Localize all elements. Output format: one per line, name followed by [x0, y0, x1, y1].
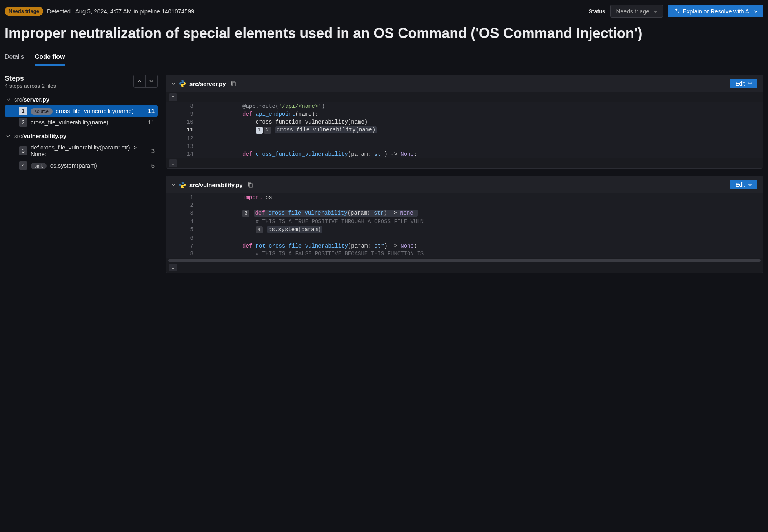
code-content: 4 os.system(param) — [199, 226, 322, 234]
code-line: 8@app.route('/api/<name>') — [166, 102, 763, 110]
code-line: 2 — [166, 201, 763, 209]
code-content: @app.route('/api/<name>') — [199, 102, 325, 110]
edit-button[interactable]: Edit — [730, 79, 757, 88]
steps-title: Steps — [5, 75, 56, 83]
step-number: 4 — [19, 161, 27, 170]
code-pane: src/server.py Edit 8@app.route('/api/<na… — [166, 75, 763, 273]
code-line: 6 — [166, 234, 763, 242]
step-number: 2 — [19, 118, 27, 127]
step-item[interactable]: 2cross_file_vulnerability(name)11 — [5, 117, 158, 128]
arrow-up-icon — [171, 95, 175, 99]
line-number: 4 — [166, 218, 199, 226]
code-line: 4 # THIS IS A TRUE POSITIVE THROUGH A CR… — [166, 218, 763, 226]
step-line: 3 — [151, 148, 155, 154]
chevron-down-icon — [149, 80, 153, 82]
step-tag: sink — [31, 163, 47, 169]
ai-button-label: Explain or Resolve with AI — [683, 8, 751, 15]
edit-button[interactable]: Edit — [730, 180, 757, 189]
copy-icon[interactable] — [230, 80, 236, 87]
code-panel-vuln: src/vulnerability.py Edit 1import os233 … — [166, 176, 763, 273]
code-line: 9def api_endpoint(name): — [166, 110, 763, 118]
expand-down-button[interactable] — [169, 264, 177, 271]
code-line: 33 def cross_file_vulnerability(param: s… — [166, 209, 763, 218]
chevron-down-icon — [748, 82, 752, 86]
line-number: 5 — [166, 226, 199, 234]
line-number: 12 — [166, 135, 199, 142]
code-line: 5 4 os.system(param) — [166, 226, 763, 234]
code-line: 8 # THIS IS A FALSE POSITIVE BECASUE THI… — [166, 250, 763, 258]
status-value: Needs triage — [616, 8, 650, 15]
code-content — [199, 135, 242, 142]
code-content — [199, 201, 242, 209]
expand-down-button[interactable] — [169, 159, 177, 167]
tab-codeflow[interactable]: Code flow — [35, 50, 65, 66]
step-number: 1 — [19, 107, 27, 115]
python-icon — [179, 80, 186, 87]
header-right: Status Needs triage Explain or Resolve w… — [589, 5, 763, 18]
ai-sparkle-icon — [673, 8, 680, 15]
expand-up-button[interactable] — [169, 93, 177, 101]
step-next-button[interactable] — [146, 75, 157, 87]
triage-badge: Needs triage — [5, 7, 43, 16]
arrow-down-icon — [171, 161, 175, 165]
step-item[interactable]: 4sink os.system(param)5 — [5, 160, 158, 171]
code-content: 12 cross_file_vulnerability(name) — [199, 126, 377, 135]
step-text: def cross_file_vulnerability(param: str)… — [31, 144, 147, 157]
explain-ai-button[interactable]: Explain or Resolve with AI — [668, 5, 763, 17]
chevron-down-icon — [6, 98, 10, 101]
code-content: def cross_function_vulnerability(param: … — [199, 150, 417, 158]
copy-icon[interactable] — [247, 182, 253, 188]
code-content: def api_endpoint(name): — [199, 110, 318, 118]
tab-details[interactable]: Details — [5, 50, 24, 66]
step-line: 11 — [148, 107, 155, 114]
edit-label: Edit — [735, 80, 745, 87]
step-item[interactable]: 3def cross_file_vulnerability(param: str… — [5, 142, 158, 160]
chevron-up-icon — [138, 80, 142, 82]
status-dropdown[interactable]: Needs triage — [610, 5, 663, 18]
code-panel-server: src/server.py Edit 8@app.route('/api/<na… — [166, 75, 763, 169]
code-content: # THIS IS A TRUE POSITIVE THROUGH A CROS… — [199, 218, 424, 226]
steps-subtitle: 4 steps across 2 files — [5, 83, 56, 89]
code-line: 12 — [166, 135, 763, 142]
file-group: src/server.py1source cross_file_vulnerab… — [5, 94, 158, 128]
horizontal-scrollbar[interactable] — [166, 258, 763, 262]
chevron-down-icon[interactable] — [171, 184, 175, 186]
header-bar: Needs triage Detected · Aug 5, 2024, 4:5… — [5, 5, 763, 18]
step-prev-button[interactable] — [134, 75, 146, 87]
step-nav — [133, 75, 158, 88]
code-line: 10 cross_function_vulnerability(name) — [166, 118, 763, 126]
chevron-down-icon — [653, 9, 657, 13]
code-line: 1import os — [166, 193, 763, 201]
edit-label: Edit — [735, 182, 745, 188]
steps-pane: Steps 4 steps across 2 files src/server.… — [5, 75, 158, 273]
step-text: source cross_file_vulnerability(name) — [31, 107, 144, 114]
line-number: 2 — [166, 201, 199, 209]
step-text: cross_file_vulnerability(name) — [31, 119, 144, 126]
file-header[interactable]: src/vulnerability.py — [5, 130, 158, 142]
step-item[interactable]: 1source cross_file_vulnerability(name)11 — [5, 105, 158, 117]
code-filename: src/server.py — [189, 80, 226, 87]
chevron-down-icon[interactable] — [171, 82, 175, 85]
code-content: def not_cross_file_vulnerability(param: … — [199, 242, 417, 250]
code-line: 13 — [166, 142, 763, 150]
step-number: 3 — [19, 146, 27, 155]
code-content: 3 def cross_file_vulnerability(param: st… — [199, 209, 418, 218]
chevron-down-icon — [6, 135, 10, 137]
line-number: 8 — [166, 250, 199, 258]
code-content — [199, 142, 242, 150]
line-number: 14 — [166, 150, 199, 158]
line-number: 1 — [166, 193, 199, 201]
step-tag: source — [31, 108, 53, 115]
line-number: 10 — [166, 118, 199, 126]
code-content: # THIS IS A FALSE POSITIVE BECASUE THIS … — [199, 250, 424, 258]
file-header[interactable]: src/server.py — [5, 94, 158, 105]
line-number: 11 — [166, 126, 199, 135]
code-content — [199, 234, 242, 242]
code-content: cross_function_vulnerability(name) — [199, 118, 368, 126]
chevron-down-icon — [748, 183, 752, 187]
line-number: 8 — [166, 102, 199, 110]
step-line: 5 — [151, 162, 155, 169]
line-number: 6 — [166, 234, 199, 242]
step-text: sink os.system(param) — [31, 162, 147, 169]
page-title: Improper neutralization of special eleme… — [5, 25, 763, 42]
